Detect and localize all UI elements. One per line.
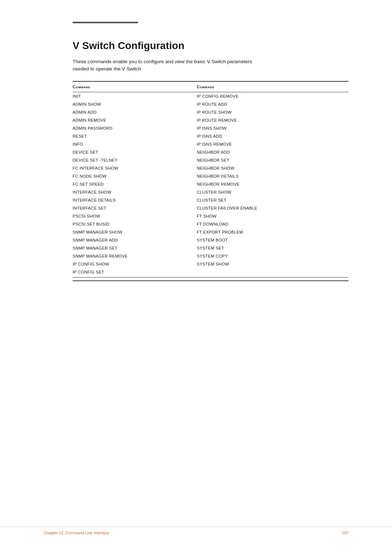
table-row: DEVICE SETNEIGHBOR ADD xyxy=(73,148,348,156)
table-row: PSCSI SHOWFT SHOW xyxy=(73,212,348,220)
table-cell-cmd1: INIT xyxy=(73,92,197,100)
table-cell-cmd1: IP CONFIG SHOW xyxy=(73,260,197,268)
table-cell-cmd2: IP CONFIG REMOVE xyxy=(197,92,348,100)
table-cell-cmd1: ADMIN PASSWORD xyxy=(73,124,197,132)
table-cell-cmd1: SNMP MANAGER REMOVE xyxy=(73,252,197,260)
page-container: V Switch Configuration These commands en… xyxy=(0,0,392,555)
table-cell-cmd2: NEIGHBOR REMOVE xyxy=(197,180,348,188)
table-row: PSCSI SET BUSIDFT DOWNLOAD xyxy=(73,220,348,228)
table-cell-cmd2: SYSTEM COPY xyxy=(197,252,348,260)
table-row: SNMP MANAGER REMOVESYSTEM COPY xyxy=(73,252,348,260)
table-footer-row xyxy=(73,277,348,281)
table-cell-cmd2: CLUSTER SHOW xyxy=(197,188,348,196)
table-cell-cmd2: SYSTEM BOOT xyxy=(197,236,348,244)
table-cell-cmd1: SNMP MANAGER SHOW xyxy=(73,228,197,236)
table-cell-cmd1: INTERFACE SET xyxy=(73,204,197,212)
table-row: FC NODE SHOWNEIGHBOR DETAILS xyxy=(73,172,348,180)
table-cell-cmd1: FC NODE SHOW xyxy=(73,172,197,180)
table-cell-cmd2: FT EXPORT PROBLEM xyxy=(197,228,348,236)
table-cell-cmd1: SNMP MANAGER ADD xyxy=(73,236,197,244)
table-cell-cmd1: DEVICE SET xyxy=(73,148,197,156)
page-title: V Switch Configuration xyxy=(73,40,348,52)
table-cell-cmd1: FC INTERFACE SHOW xyxy=(73,164,197,172)
table-row: ADMIN ADDIP ROUTE SHOW xyxy=(73,108,348,116)
table-cell-cmd1: INFO xyxy=(73,140,197,148)
table-cell-cmd2: IP ROUTE SHOW xyxy=(197,108,348,116)
table-cell-cmd1: PSCSI SHOW xyxy=(73,212,197,220)
table-cell-cmd2: SYSTEM SET xyxy=(197,244,348,252)
table-row: FC SET SPEEDNEIGHBOR REMOVE xyxy=(73,180,348,188)
table-cell-cmd2: FT DOWNLOAD xyxy=(197,220,348,228)
table-cell-cmd1: INTERFACE SHOW xyxy=(73,188,197,196)
table-cell-cmd1: ADMIN REMOVE xyxy=(73,116,197,124)
table-cell-cmd1: IP CONFIG SET xyxy=(73,268,197,278)
table-cell-cmd2: NEIGHBOR SHOW xyxy=(197,164,348,172)
table-header-row: Command Command xyxy=(73,81,348,92)
table-row: ADMIN REMOVEIP ROUTE REMOVE xyxy=(73,116,348,124)
table-cell-cmd1: INTERFACE DETAILS xyxy=(73,196,197,204)
table-cell-cmd2: CLUSTER SET xyxy=(197,196,348,204)
table-row: ADMIN PASSWORDIP ISNS SHOW xyxy=(73,124,348,132)
table-cell-cmd2: NEIGHBOR DETAILS xyxy=(197,172,348,180)
table-cell-cmd2: IP ROUTE ADD xyxy=(197,100,348,108)
table-cell-cmd2: IP ISNS SHOW xyxy=(197,124,348,132)
table-cell-cmd1: SNMP MANAGER SET xyxy=(73,244,197,252)
table-cell-cmd1: PSCSI SET BUSID xyxy=(73,220,197,228)
table-row: IP CONFIG SET xyxy=(73,268,348,278)
table-cell-cmd2: IP ROUTE REMOVE xyxy=(197,116,348,124)
table-cell-cmd2 xyxy=(197,268,348,278)
table-cell-cmd1: ADMIN ADD xyxy=(73,108,197,116)
table-row: SNMP MANAGER SHOWFT EXPORT PROBLEM xyxy=(73,228,348,236)
table-cell-cmd1: RESET xyxy=(73,132,197,140)
table-row: INFOIP ISNS REMOVE xyxy=(73,140,348,148)
col1-header: Command xyxy=(73,81,197,92)
table-row: INTERFACE SETCLUSTER FAILOVER ENABLE xyxy=(73,204,348,212)
col2-header: Command xyxy=(197,81,348,92)
table-cell-cmd1: ADMIN SHOW xyxy=(73,100,197,108)
table-row: SNMP MANAGER ADDSYSTEM BOOT xyxy=(73,236,348,244)
table-cell-cmd2: FT SHOW xyxy=(197,212,348,220)
table-cell-cmd2: IP ISNS ADD xyxy=(197,132,348,140)
footer-bar: Chapter 11: Command Line Interface 197 xyxy=(0,527,392,535)
table-row: SNMP MANAGER SETSYSTEM SET xyxy=(73,244,348,252)
table-row: IP CONFIG SHOWSYSTEM SHOW xyxy=(73,260,348,268)
table-row: DEVICE SET -TELNETNEIGHBOR SET xyxy=(73,156,348,164)
table-cell-cmd2: NEIGHBOR SET xyxy=(197,156,348,164)
table-row: INTERFACE DETAILSCLUSTER SET xyxy=(73,196,348,204)
footer-chapter-label: Chapter 11: Command Line Interface xyxy=(44,531,109,535)
table-cell-cmd1: FC SET SPEED xyxy=(73,180,197,188)
command-table: Command Command INITIP CONFIG REMOVEADMI… xyxy=(73,81,348,281)
table-row: FC INTERFACE SHOWNEIGHBOR SHOW xyxy=(73,164,348,172)
table-cell-cmd2: SYSTEM SHOW xyxy=(197,260,348,268)
table-row: INITIP CONFIG REMOVE xyxy=(73,92,348,100)
table-row: RESETIP ISNS ADD xyxy=(73,132,348,140)
page-description: These commands enable you to configure a… xyxy=(73,58,261,73)
table-row: ADMIN SHOWIP ROUTE ADD xyxy=(73,100,348,108)
table-cell-cmd2: IP ISNS REMOVE xyxy=(197,140,348,148)
table-row: INTERFACE SHOWCLUSTER SHOW xyxy=(73,188,348,196)
table-cell-cmd2: NEIGHBOR ADD xyxy=(197,148,348,156)
top-rule-decoration xyxy=(73,22,138,23)
table-cell-cmd2: CLUSTER FAILOVER ENABLE xyxy=(197,204,348,212)
footer-page-number: 197 xyxy=(342,531,348,535)
table-cell-cmd1: DEVICE SET -TELNET xyxy=(73,156,197,164)
